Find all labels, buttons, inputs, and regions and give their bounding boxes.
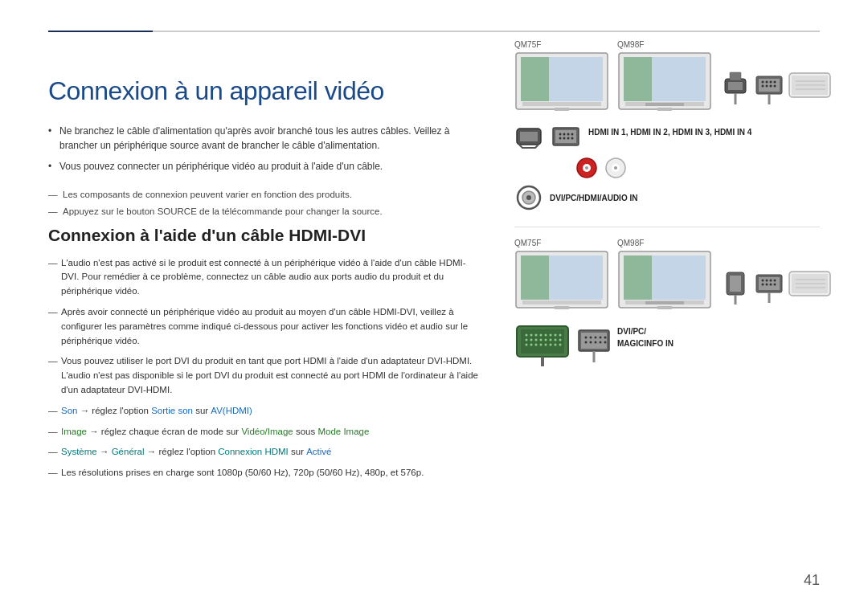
magicinfo-label-text: DVI/PC/MAGICINFO IN [617, 325, 674, 349]
svg-point-117 [590, 341, 592, 344]
rca-connector-area [575, 156, 820, 180]
sub-bullet-1: Les composants de connexion peuvent vari… [48, 188, 482, 202]
em-item-image: Image → réglez chaque écran de mode sur … [48, 425, 482, 439]
monitor-row-top: QM75F QM98F [514, 40, 820, 117]
svg-point-105 [550, 344, 552, 346]
page-number: 41 [804, 572, 820, 589]
svg-point-101 [530, 344, 533, 346]
port-label-hdmi-area: HDMI IN 1, HDMI IN 2, HDMI IN 3, HDMI IN… [514, 124, 820, 151]
svg-point-118 [595, 341, 597, 344]
dvi-connector-area-bottom [720, 253, 832, 316]
svg-point-73 [766, 283, 768, 285]
svg-point-112 [590, 337, 592, 339]
svg-rect-55 [522, 300, 601, 304]
svg-rect-34 [555, 130, 576, 143]
hdmi-connector-area [720, 55, 832, 117]
rca-red-connector [575, 156, 599, 180]
diagram-divider [514, 227, 820, 227]
svg-point-35 [559, 133, 562, 136]
monitor-row-bottom: QM75F QM98F [514, 239, 820, 316]
svg-point-91 [559, 334, 562, 337]
dvi-connector-svg [754, 64, 784, 108]
em-item-1: L'audio n'est pas activé si le produit e… [48, 256, 482, 299]
svg-point-98 [555, 339, 557, 341]
svg-point-23 [770, 84, 772, 87]
monitor-label-qm98f-top: QM98F [617, 40, 712, 49]
svg-point-36 [563, 133, 566, 136]
bullet-item-1: Ne branchez le câble d'alimentation qu'a… [48, 124, 482, 153]
em-item-2: Après avoir connecté un périphérique vid… [48, 305, 482, 348]
svg-point-84 [526, 334, 528, 337]
svg-point-21 [762, 84, 764, 87]
monitor-qm98f-top: QM98F [617, 40, 712, 117]
hdmi-port-icon [514, 124, 543, 151]
top-rule [48, 31, 820, 32]
monitor-label-qm75f-top: QM75F [514, 40, 609, 49]
svg-point-93 [530, 339, 533, 341]
svg-point-75 [774, 283, 776, 285]
svg-point-68 [762, 279, 764, 281]
svg-point-39 [559, 137, 562, 140]
section-heading: Connexion à l'aide d'un câble HDMI-DVI [48, 226, 482, 245]
em-item-3: Vous pouvez utiliser le port DVI du prod… [48, 354, 482, 397]
svg-point-38 [571, 133, 574, 136]
svg-rect-10 [657, 108, 672, 111]
svg-point-100 [526, 344, 528, 346]
monitor-label-qm98f-bottom: QM98F [617, 239, 712, 247]
svg-point-86 [535, 334, 538, 337]
svg-point-74 [770, 283, 772, 285]
main-heading: Connexion à un appareil vidéo [48, 76, 482, 106]
svg-rect-62 [657, 306, 672, 309]
svg-point-69 [766, 279, 768, 281]
svg-point-72 [762, 283, 764, 285]
svg-point-22 [766, 84, 768, 87]
svg-point-90 [555, 334, 557, 337]
svg-rect-32 [520, 132, 538, 141]
highlight-sortie-son: Sortie son [151, 406, 193, 415]
highlight-video-image: Vidéo/Image [241, 427, 293, 436]
bullet-item-2: Vous pouvez connecter un périphérique vi… [48, 159, 482, 174]
hdmi-connector-svg [720, 64, 751, 108]
svg-point-120 [604, 341, 607, 344]
svg-rect-110 [581, 333, 607, 349]
monitor-qm98f-bottom: QM98F [617, 239, 712, 316]
audio-port-circle-icon [514, 183, 543, 212]
top-rule-accent [48, 31, 153, 32]
svg-point-70 [770, 279, 772, 281]
svg-point-114 [600, 337, 602, 339]
svg-point-37 [567, 133, 570, 136]
rca-white-connector [604, 156, 628, 180]
em-item-son: Son → réglez l'option Sortie son sur AV(… [48, 404, 482, 419]
svg-point-18 [766, 80, 768, 83]
highlight-mode-image: Mode Image [317, 427, 369, 436]
svg-point-92 [526, 339, 528, 341]
svg-point-45 [585, 166, 588, 170]
svg-point-96 [545, 339, 547, 341]
svg-rect-56 [555, 306, 569, 309]
monitor-svg-qm75f-bottom [514, 250, 609, 313]
monitor-qm75f-top: QM75F [514, 40, 609, 117]
svg-rect-2 [521, 57, 549, 101]
svg-point-116 [585, 341, 588, 344]
svg-point-99 [559, 339, 562, 341]
svg-point-103 [540, 344, 542, 346]
sub-bullet-list: Les composants de connexion peuvent vari… [48, 188, 482, 219]
svg-point-97 [550, 339, 552, 341]
highlight-son: Son [61, 406, 77, 415]
svg-point-113 [595, 337, 597, 339]
svg-point-51 [526, 195, 531, 200]
svg-point-119 [600, 341, 602, 344]
svg-point-104 [545, 344, 547, 346]
svg-point-20 [774, 80, 776, 83]
svg-rect-7 [624, 57, 652, 101]
usb-connector-svg [720, 263, 751, 307]
svg-point-95 [540, 339, 542, 341]
em-item-resolutions: Les résolutions prises en charge sont 10… [48, 466, 482, 480]
svg-point-89 [550, 334, 552, 337]
monitor-label-qm75f-bottom: QM75F [514, 239, 609, 247]
device-box-svg-bottom [788, 268, 832, 301]
monitor-svg-qm98f-bottom [617, 250, 712, 313]
dvi-pc-hdmi-audio-label: DVI/PC/HDMI/AUDIO IN [550, 194, 637, 202]
svg-rect-4 [555, 108, 569, 111]
svg-rect-3 [522, 102, 601, 106]
